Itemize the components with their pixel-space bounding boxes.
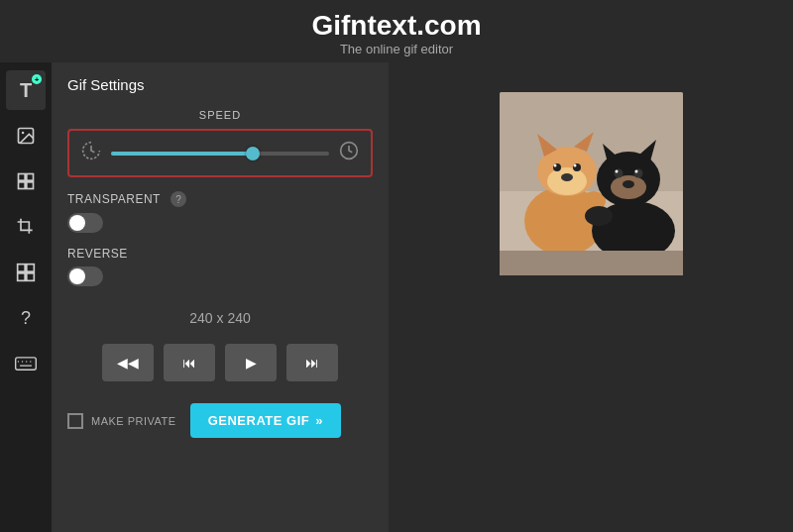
- generate-gif-button[interactable]: GENERATE GIF »: [190, 403, 341, 438]
- main-layout: T +: [0, 62, 793, 532]
- transparent-help-icon[interactable]: ?: [170, 191, 186, 207]
- frames-icon: [16, 263, 36, 282]
- svg-rect-9: [27, 273, 35, 281]
- reverse-toggle-knob: [69, 268, 85, 284]
- svg-point-1: [22, 132, 24, 135]
- svg-point-37: [633, 169, 642, 178]
- sticker-icon: [16, 171, 36, 191]
- transparent-label: TRANSPARENT: [67, 192, 161, 206]
- reverse-section: REVERSE: [67, 247, 373, 286]
- sidebar: T +: [0, 62, 52, 532]
- next-icon: ⏭: [305, 355, 319, 371]
- transparent-section: TRANSPARENT ?: [67, 191, 373, 233]
- crop-icon: [16, 217, 36, 237]
- next-frame-button[interactable]: ⏭: [286, 344, 338, 381]
- site-title: Gifntext.com: [0, 10, 793, 42]
- transparent-toggle[interactable]: [67, 213, 103, 233]
- rewind-button[interactable]: ◀◀: [102, 344, 154, 381]
- speed-slider-wrapper[interactable]: [111, 144, 329, 163]
- sidebar-item-help[interactable]: ?: [6, 298, 46, 338]
- transparent-toggle-knob: [69, 215, 85, 231]
- settings-panel: Gif Settings SPEED: [52, 62, 389, 532]
- svg-point-27: [573, 164, 576, 167]
- svg-rect-5: [27, 182, 34, 189]
- sidebar-item-crop[interactable]: [6, 207, 46, 247]
- speed-label: SPEED: [199, 109, 241, 121]
- slow-speed-icon: [81, 141, 101, 165]
- panel-title: Gif Settings: [67, 76, 373, 93]
- make-private-checkbox[interactable]: MAKE PRIVATE: [67, 413, 176, 429]
- sidebar-item-sticker[interactable]: [6, 161, 46, 201]
- generate-gif-label: GENERATE GIF: [208, 413, 310, 428]
- prev-frame-button[interactable]: ⏮: [164, 344, 215, 381]
- preview-image: [500, 92, 683, 275]
- svg-rect-10: [16, 358, 37, 370]
- preview-area: [389, 62, 793, 532]
- svg-rect-7: [27, 265, 35, 272]
- sidebar-item-text[interactable]: T +: [6, 70, 46, 110]
- reverse-toggle[interactable]: [67, 266, 103, 286]
- playback-controls: ◀◀ ⏮ ▶ ⏭: [67, 344, 373, 381]
- svg-point-38: [634, 170, 637, 173]
- speed-slider-track: [111, 152, 329, 156]
- text-icon: T: [20, 79, 32, 102]
- svg-rect-6: [18, 265, 26, 272]
- keyboard-icon: [15, 356, 37, 372]
- transparent-row: TRANSPARENT ?: [67, 191, 373, 207]
- reverse-label: REVERSE: [67, 247, 128, 261]
- svg-point-25: [553, 164, 556, 167]
- svg-rect-8: [18, 273, 26, 281]
- rewind-icon: ◀◀: [117, 355, 139, 371]
- svg-point-39: [623, 180, 634, 188]
- speed-control-box: [67, 129, 373, 177]
- svg-point-28: [561, 173, 573, 181]
- svg-rect-2: [19, 174, 26, 181]
- speed-section: SPEED: [67, 109, 373, 177]
- svg-rect-3: [27, 174, 34, 181]
- svg-rect-4: [19, 182, 26, 189]
- speed-slider-fill: [111, 152, 253, 156]
- sidebar-item-image[interactable]: [6, 116, 46, 156]
- reverse-row: REVERSE: [67, 247, 373, 261]
- svg-point-36: [615, 170, 618, 173]
- play-button[interactable]: ▶: [225, 344, 277, 381]
- image-icon: [16, 126, 36, 146]
- sidebar-item-frames[interactable]: [6, 253, 46, 292]
- svg-rect-41: [500, 251, 683, 275]
- help-icon: ?: [21, 308, 31, 329]
- svg-point-35: [614, 169, 623, 178]
- gif-preview: [500, 92, 683, 275]
- dimensions-display: 240 x 240: [67, 310, 373, 326]
- prev-icon: ⏮: [182, 355, 196, 371]
- header: Gifntext.com The online gif editor: [0, 0, 793, 62]
- svg-point-40: [585, 206, 613, 226]
- fast-speed-icon: [339, 141, 359, 165]
- generate-gif-icon: »: [315, 413, 323, 428]
- sidebar-item-keyboard[interactable]: [6, 344, 46, 383]
- plus-badge: +: [32, 74, 42, 84]
- speed-slider-thumb[interactable]: [246, 147, 260, 160]
- site-subtitle: The online gif editor: [0, 42, 793, 56]
- private-checkbox-box[interactable]: [67, 413, 83, 429]
- play-icon: ▶: [246, 355, 257, 371]
- make-private-label: MAKE PRIVATE: [91, 415, 176, 427]
- bottom-bar: MAKE PRIVATE GENERATE GIF »: [67, 403, 373, 438]
